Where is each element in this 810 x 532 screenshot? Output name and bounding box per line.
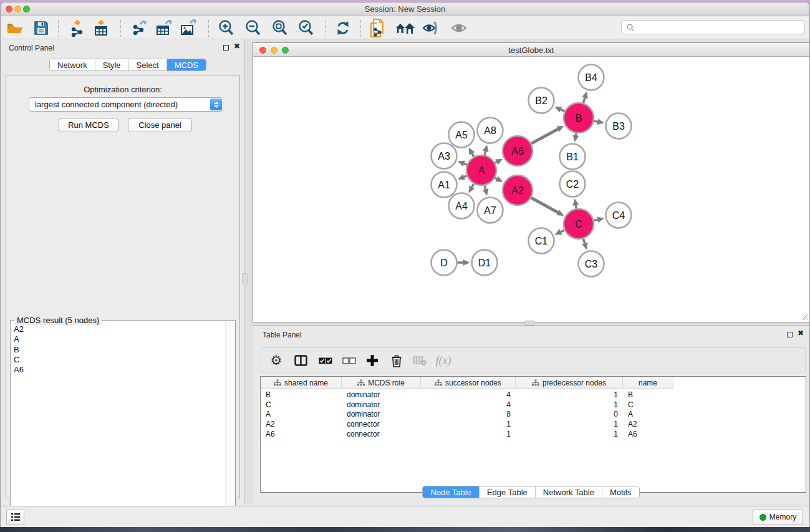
column-header-successor-nodes[interactable]: successor nodes xyxy=(421,377,516,389)
import-table-icon[interactable] xyxy=(89,17,113,38)
tab-mcds[interactable]: MCDS xyxy=(167,59,206,70)
graph-edge-B-B3[interactable] xyxy=(594,121,597,122)
graph-node-B3[interactable]: B3 xyxy=(606,114,632,139)
cell-name[interactable]: A xyxy=(623,410,673,420)
refresh-icon[interactable] xyxy=(331,17,355,38)
cell-MCDS-role[interactable]: connector xyxy=(342,430,421,440)
cell-shared-name[interactable]: A6 xyxy=(261,430,342,440)
graph-node-A5[interactable]: A5 xyxy=(449,122,475,148)
tab-edge-table[interactable]: Edge Table xyxy=(480,486,536,498)
export-network-icon[interactable] xyxy=(128,17,152,38)
graph-node-C2[interactable]: C2 xyxy=(560,172,586,197)
graph-node-B4[interactable]: B4 xyxy=(579,65,604,90)
float-panel-icon[interactable] xyxy=(787,332,793,337)
graph-edge-A6-B[interactable] xyxy=(531,129,558,143)
graph-edge-A2-C[interactable] xyxy=(531,198,558,213)
delete-icon[interactable] xyxy=(386,348,407,373)
network-graph[interactable]: B4B2BB3A8A5A6A3B1AA1C2A2A4A7C4CC1DD1C3 xyxy=(253,57,809,322)
graph-edge-A-A7[interactable] xyxy=(485,185,485,189)
graph-edge-A-A2[interactable] xyxy=(495,178,497,179)
cell-shared-name[interactable]: A xyxy=(261,410,342,420)
gear-icon[interactable]: ⚙ xyxy=(266,348,286,373)
graph-edge-A-A4[interactable] xyxy=(472,184,474,187)
cell-name[interactable]: B xyxy=(623,390,673,400)
graph-node-A1[interactable]: A1 xyxy=(432,172,457,198)
split-panel-icon[interactable] xyxy=(290,348,311,373)
graph-node-B[interactable]: B xyxy=(564,103,594,133)
hide-graphics-details-icon[interactable] xyxy=(420,17,443,38)
tab-motifs[interactable]: Motifs xyxy=(602,486,639,498)
cell-predecessor-nodes[interactable]: 1 xyxy=(516,400,623,410)
graph-node-C[interactable]: C xyxy=(564,209,594,239)
save-session-icon[interactable] xyxy=(29,17,53,38)
graph-edge-B-B4[interactable] xyxy=(583,98,585,103)
tab-node-table[interactable]: Node Table xyxy=(423,486,480,498)
graph-node-A7[interactable]: A7 xyxy=(478,198,503,223)
tab-network[interactable]: Network xyxy=(50,59,95,70)
graph-edge-A-A1[interactable] xyxy=(464,176,466,177)
graph-node-A[interactable]: A xyxy=(466,155,496,185)
graph-node-A4[interactable]: A4 xyxy=(449,193,475,219)
run-mcds-button[interactable]: Run MCDS xyxy=(59,118,118,132)
network-canvas[interactable]: B4B2BB3A8A5A6A3B1AA1C2A2A4A7C4CC1DD1C3 xyxy=(253,57,809,322)
graph-edge-C-C3[interactable] xyxy=(583,239,584,243)
cell-predecessor-nodes[interactable]: 1 xyxy=(516,430,623,440)
deselect-all-icon[interactable] xyxy=(339,348,360,373)
close-panel-icon[interactable]: ✖ xyxy=(798,329,804,337)
column-header-name[interactable]: name xyxy=(623,377,673,389)
home-icon[interactable] xyxy=(393,17,417,38)
close-panel-icon[interactable]: ✖ xyxy=(234,42,240,51)
tab-select[interactable]: Select xyxy=(129,59,167,70)
search-input[interactable] xyxy=(638,21,801,33)
mcds-result-list[interactable]: A2ABCA6 xyxy=(11,324,224,528)
show-graphics-details-icon[interactable] xyxy=(448,17,471,38)
export-image-icon[interactable] xyxy=(176,17,200,38)
horizontal-splitter-grip[interactable] xyxy=(524,321,534,326)
zoom-fit-icon[interactable] xyxy=(268,17,292,38)
column-header-MCDS-role[interactable]: MCDS role xyxy=(342,377,421,389)
table-row[interactable]: Adominator80A xyxy=(261,410,806,420)
graph-node-A8[interactable]: A8 xyxy=(478,118,503,143)
graph-edge-C-C2[interactable] xyxy=(576,205,576,208)
cell-successor-nodes[interactable]: 8 xyxy=(421,410,516,420)
tab-network-table[interactable]: Network Table xyxy=(536,486,602,498)
graph-edge-A-A5[interactable] xyxy=(472,153,474,157)
open-file-icon[interactable] xyxy=(3,17,27,38)
add-column-icon[interactable] xyxy=(361,348,383,373)
cell-shared-name[interactable]: C xyxy=(261,400,342,410)
graph-node-C1[interactable]: C1 xyxy=(529,228,554,254)
import-network-icon[interactable] xyxy=(65,17,89,38)
cell-successor-nodes[interactable]: 1 xyxy=(421,430,516,440)
graph-node-A3[interactable]: A3 xyxy=(432,143,457,169)
graph-node-B2[interactable]: B2 xyxy=(529,88,554,114)
tab-style[interactable]: Style xyxy=(95,59,129,70)
memory-button[interactable]: Memory xyxy=(753,509,803,525)
graph-node-A2[interactable]: A2 xyxy=(503,175,533,205)
graph-node-C4[interactable]: C4 xyxy=(606,203,632,228)
mcds-result-item[interactable]: A xyxy=(14,334,224,344)
task-history-button[interactable] xyxy=(6,509,24,525)
graph-node-D[interactable]: D xyxy=(432,250,457,276)
graph-node-C3[interactable]: C3 xyxy=(579,251,604,277)
network-from-selection-icon[interactable] xyxy=(365,17,389,38)
table-row[interactable]: Cdominator41C xyxy=(261,400,806,410)
table-row[interactable]: Bdominator41B xyxy=(261,390,806,400)
graph-edge-A-A8[interactable] xyxy=(485,152,485,155)
scrollbar-track[interactable] xyxy=(225,321,234,528)
vertical-splitter-grip[interactable] xyxy=(242,273,248,284)
graph-edge-B-B1[interactable] xyxy=(576,133,576,135)
graph-edge-C-C4[interactable] xyxy=(594,220,597,220)
graph-node-B1[interactable]: B1 xyxy=(560,144,586,170)
cell-MCDS-role[interactable]: dominator xyxy=(342,400,421,410)
graph-node-A6[interactable]: A6 xyxy=(503,136,533,166)
cell-shared-name[interactable]: A2 xyxy=(261,420,342,430)
cell-predecessor-nodes[interactable]: 1 xyxy=(516,420,623,430)
table-row[interactable]: A2connector11A2 xyxy=(261,420,806,430)
cell-name[interactable]: C xyxy=(623,400,673,410)
resize-grip-icon[interactable] xyxy=(799,312,808,321)
close-panel-button[interactable]: Close panel xyxy=(128,118,192,132)
cell-MCDS-role[interactable]: dominator xyxy=(342,390,421,400)
graph-edge-C-C1[interactable] xyxy=(561,230,564,232)
mcds-result-item[interactable]: A2 xyxy=(14,324,224,334)
zoom-selected-icon[interactable] xyxy=(294,17,318,38)
